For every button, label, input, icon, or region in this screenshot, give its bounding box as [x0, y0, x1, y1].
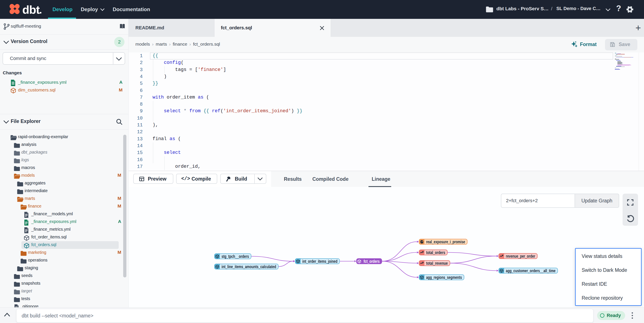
svg-text:int_order_items_joined: int_order_items_joined — [302, 259, 338, 264]
svg-text:int_line_items_amounts_calcula: int_line_items_amounts_calculated — [222, 264, 276, 269]
svg-text:total_orders: total_orders — [426, 250, 445, 255]
svg-text:agg_regions_segments: agg_regions_segments — [426, 275, 462, 280]
svg-text:revenue_per_order: revenue_per_order — [506, 254, 535, 258]
svg-text:real_exposure_i_promise: real_exposure_i_promise — [426, 240, 465, 244]
svg-text:agg_customer_orders__all_time: agg_customer_orders__all_time — [506, 268, 556, 273]
svg-text:fct_orders: fct_orders — [364, 259, 380, 264]
svg-text:stg_tpch__orders: stg_tpch__orders — [222, 254, 249, 259]
svg-text:total_revenue: total_revenue — [426, 261, 448, 266]
